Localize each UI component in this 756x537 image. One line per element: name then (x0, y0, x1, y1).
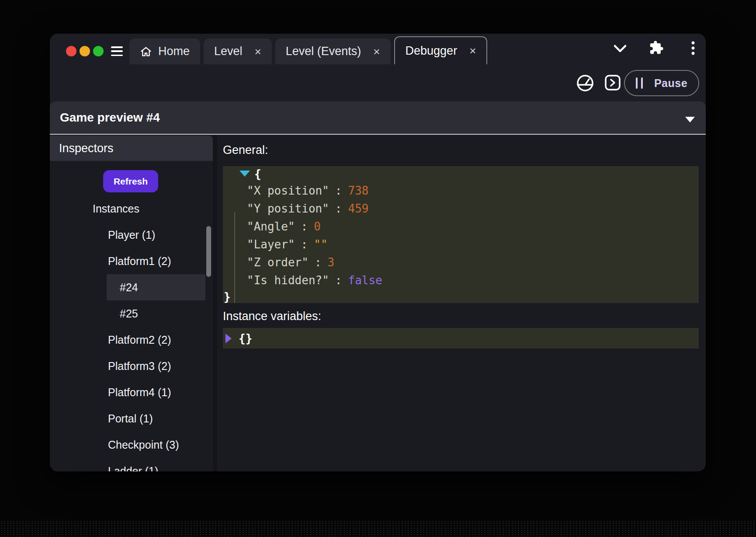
tab-level-events[interactable]: Level (Events) × (275, 38, 391, 64)
instance-variables-heading: Instance variables: (223, 309, 321, 324)
tree-item-portal[interactable]: Portal (1) (108, 411, 153, 426)
tree-item-checkpoint[interactable]: Checkpoint (3) (108, 437, 179, 452)
tab-label: Home (158, 45, 190, 58)
tree-item-player[interactable]: Player (1) (108, 227, 155, 242)
json-key: "Angle" (247, 220, 295, 233)
instance-variables-json-viewer: {} (223, 328, 699, 349)
tree-item-instance-24[interactable]: #24 (120, 280, 138, 295)
tree-item-instances[interactable]: Instances (93, 201, 139, 216)
debugger-toolbar: Pause (50, 64, 706, 101)
home-icon (140, 45, 152, 58)
close-tab-icon[interactable]: × (255, 46, 261, 57)
pause-button[interactable]: Pause (624, 70, 699, 96)
collapse-triangle-icon[interactable] (239, 171, 250, 177)
inspectors-title: Inspectors (59, 142, 114, 155)
tab-label: Debugger (406, 44, 458, 58)
tab-label: Level (Events) (286, 45, 361, 58)
tree-item-platform4[interactable]: Platform4 (1) (108, 385, 171, 400)
chevron-down-icon[interactable] (613, 42, 628, 55)
title-bar: Home Level × Level (Events) × Debugger × (50, 34, 706, 64)
json-value: 3 (328, 256, 335, 269)
refresh-button[interactable]: Refresh (103, 170, 158, 192)
tree-item-platform2[interactable]: Platform2 (2) (108, 332, 171, 347)
pause-label: Pause (654, 77, 687, 90)
expand-triangle-icon[interactable] (225, 334, 232, 343)
inspector-detail-panel: General: { "X position":738 "Y position"… (217, 136, 706, 471)
debugger-content: Inspectors Refresh Instances Player (1) … (50, 136, 706, 471)
caret-down-icon[interactable] (685, 117, 695, 122)
tree-item-platform1[interactable]: Platform1 (2) (108, 254, 171, 268)
close-tab-icon[interactable]: × (469, 45, 476, 56)
sidebar-scrollbar-thumb[interactable] (206, 226, 211, 277)
json-key: "Z order" (247, 256, 309, 269)
game-preview-selector[interactable]: Game preview #4 (50, 101, 706, 135)
json-row-y-position: "Y position":459 (223, 200, 699, 218)
close-brace: } (224, 290, 231, 303)
json-key: "X position" (247, 184, 329, 197)
profiler-gauge-icon[interactable] (576, 73, 595, 93)
tab-bar: Home Level × Level (Events) × Debugger × (129, 36, 491, 64)
kebab-menu-icon[interactable] (690, 41, 696, 56)
minimize-window-button[interactable] (80, 46, 90, 56)
close-tab-icon[interactable]: × (373, 46, 380, 57)
json-indent-guide (234, 212, 235, 303)
console-icon[interactable] (604, 74, 621, 91)
tab-label: Level (214, 45, 243, 58)
tree-item-platform3[interactable]: Platform3 (2) (108, 359, 171, 373)
json-value: "" (314, 238, 327, 251)
json-row-is-hidden: "Is hidden?":false (223, 272, 699, 289)
json-key: "Is hidden?" (247, 274, 329, 287)
json-value: 459 (348, 202, 369, 215)
general-heading: General: (223, 143, 268, 157)
json-row-z-order: "Z order":3 (223, 254, 699, 272)
json-value: 738 (348, 184, 369, 197)
close-window-button[interactable] (66, 46, 76, 56)
inspectors-header: Inspectors (50, 136, 213, 161)
tab-home[interactable]: Home (129, 38, 200, 64)
hamburger-menu-icon[interactable] (111, 46, 123, 56)
open-brace: { (254, 167, 261, 181)
general-json-viewer: { "X position":738 "Y position":459 "Ang… (223, 166, 699, 303)
json-key: "Layer" (247, 238, 295, 251)
extensions-puzzle-icon[interactable] (649, 40, 664, 55)
json-row-x-position: "X position":738 (223, 182, 699, 200)
tab-debugger[interactable]: Debugger × (394, 36, 488, 64)
json-row-layer: "Layer":"" (223, 236, 699, 254)
game-preview-title: Game preview #4 (60, 111, 160, 125)
tab-level[interactable]: Level × (204, 38, 272, 64)
tree-item-instance-25[interactable]: #25 (120, 306, 138, 321)
json-row-angle: "Angle":0 (223, 218, 699, 236)
app-window: Home Level × Level (Events) × Debugger × (50, 34, 706, 471)
json-key: "Y position" (247, 202, 329, 215)
json-value: 0 (314, 220, 321, 233)
inspectors-sidebar: Inspectors Refresh Instances Player (1) … (50, 136, 213, 471)
pause-icon (636, 77, 643, 89)
screenshot-canvas: Home Level × Level (Events) × Debugger × (0, 0, 756, 537)
empty-object: {} (239, 332, 252, 345)
tree-item-ladder[interactable]: Ladder (1) (108, 464, 158, 471)
json-value: false (348, 274, 382, 287)
background-noise-texture (0, 520, 756, 537)
maximize-window-button[interactable] (93, 46, 104, 56)
